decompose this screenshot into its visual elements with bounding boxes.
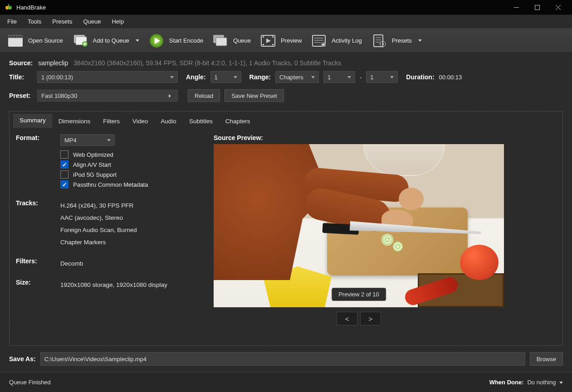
svg-rect-26 — [272, 36, 274, 38]
passthru-label: Passthru Common Metadata — [73, 181, 148, 188]
tab-summary[interactable]: Summary — [13, 114, 52, 128]
statusbar: Queue Finished When Done: Do nothing — [0, 372, 572, 392]
menu-presets[interactable]: Presets — [47, 16, 78, 27]
titlebar: HandBrake — [0, 0, 572, 15]
queue-label: Queue — [233, 37, 251, 44]
reload-button[interactable]: Reload — [188, 89, 220, 102]
minimize-button[interactable] — [506, 0, 527, 15]
tab-audio[interactable]: Audio — [154, 115, 183, 128]
add-to-queue-button[interactable]: Add to Queue — [68, 31, 144, 51]
presets-button[interactable]: Presets — [367, 31, 426, 51]
svg-rect-2 — [8, 4, 9, 6]
source-preview-label: Source Preview: — [214, 134, 556, 141]
onion-shape — [381, 234, 393, 246]
preview-button[interactable]: Preview — [255, 31, 306, 51]
save-as-label: Save As: — [9, 355, 36, 363]
svg-rect-11 — [15, 36, 16, 37]
align-av-label: Align A/V Start — [73, 161, 111, 168]
svg-rect-28 — [272, 44, 274, 45]
preview-next-button[interactable]: > — [360, 312, 381, 325]
title-select[interactable]: 1 (00:00:13) — [37, 71, 178, 83]
activity-log-button[interactable]: Activity Log — [306, 31, 366, 51]
preset-value: Fast 1080p30 — [41, 92, 78, 99]
source-preview-image: Preview 2 of 10 — [214, 144, 504, 307]
chevron-down-icon[interactable] — [418, 39, 422, 42]
format-select[interactable]: MP4 — [60, 134, 115, 146]
open-source-label: Open Source — [28, 37, 63, 44]
svg-rect-12 — [17, 36, 19, 37]
track-line: AAC (avcodec), Stereo — [60, 212, 137, 224]
queue-button[interactable]: Queue — [208, 31, 255, 51]
onion-shape — [393, 242, 403, 252]
source-label: Source: — [9, 59, 33, 67]
presets-icon — [371, 33, 387, 49]
svg-marker-24 — [266, 39, 271, 43]
hand-shape — [399, 188, 424, 210]
filters-value: Decomb — [60, 257, 83, 270]
add-to-queue-label: Add to Queue — [93, 37, 129, 44]
tracks-list: H.264 (x264), 30 FPS PFR AAC (avcodec), … — [60, 199, 137, 248]
close-button[interactable] — [548, 0, 568, 15]
range-label: Range: — [249, 73, 271, 81]
menubar: File Tools Presets Queue Help — [0, 15, 572, 29]
source-info-section: Source: sampleclip 3840x2160 (3840x2160)… — [0, 53, 572, 111]
svg-rect-9 — [9, 36, 11, 37]
range-from-select[interactable]: 1 — [323, 71, 355, 83]
range-from-value: 1 — [328, 74, 331, 81]
tabstrip: Summary Dimensions Filters Video Audio S… — [10, 111, 562, 128]
window-title: HandBrake — [16, 4, 46, 11]
passthru-checkbox[interactable] — [60, 180, 68, 189]
web-optimized-checkbox[interactable] — [60, 150, 68, 159]
bowl-shape — [363, 144, 445, 176]
presets-toolbar-label: Presets — [392, 37, 412, 44]
chevron-down-icon[interactable] — [136, 39, 139, 42]
range-type-select[interactable]: Chapters — [275, 71, 319, 83]
menu-queue[interactable]: Queue — [78, 16, 106, 27]
menu-help[interactable]: Help — [106, 16, 129, 27]
tab-filters[interactable]: Filters — [97, 115, 126, 128]
menu-tools[interactable]: Tools — [22, 16, 47, 27]
range-to-select[interactable]: 1 — [366, 71, 398, 83]
preset-label: Preset: — [9, 92, 33, 99]
menu-file[interactable]: File — [2, 16, 22, 27]
tab-subtitles[interactable]: Subtitles — [183, 115, 219, 128]
svg-rect-4 — [535, 5, 539, 10]
format-label: Format: — [16, 134, 54, 141]
when-done-label: When Done: — [489, 379, 524, 386]
start-encode-button[interactable]: Start Encode — [144, 31, 208, 51]
when-done-select[interactable]: Do nothing — [527, 379, 563, 386]
tabs-panel: Summary Dimensions Filters Video Audio S… — [9, 111, 563, 346]
status-text: Queue Finished — [9, 379, 51, 386]
tomato-shape — [460, 245, 499, 280]
svg-rect-34 — [374, 35, 383, 47]
browse-button[interactable]: Browse — [530, 352, 563, 366]
ipod-checkbox[interactable] — [60, 170, 68, 179]
save-new-preset-button[interactable]: Save New Preset — [225, 89, 284, 102]
activity-log-label: Activity Log — [332, 37, 362, 44]
source-name: sampleclip — [38, 59, 68, 67]
maximize-button[interactable] — [527, 0, 548, 15]
preview-prev-button[interactable]: < — [337, 312, 357, 325]
app-icon — [5, 3, 13, 11]
align-av-checkbox[interactable] — [60, 160, 68, 169]
angle-label: Angle: — [186, 73, 206, 81]
save-as-input[interactable] — [40, 352, 525, 366]
chevron-down-icon — [559, 382, 563, 384]
svg-rect-10 — [12, 36, 14, 37]
title-value: 1 (00:00:13) — [41, 74, 73, 81]
size-label: Size: — [16, 279, 60, 291]
tab-video[interactable]: Video — [126, 115, 154, 128]
svg-rect-27 — [263, 44, 264, 45]
svg-point-39 — [382, 43, 384, 45]
svg-rect-13 — [20, 36, 22, 37]
preset-select[interactable]: Fast 1080p30 — [37, 90, 178, 102]
open-source-button[interactable]: Open Source — [3, 31, 68, 51]
tab-chapters[interactable]: Chapters — [219, 115, 257, 128]
track-line: H.264 (x264), 30 FPS PFR — [60, 199, 137, 212]
svg-rect-22 — [216, 38, 227, 46]
angle-select[interactable]: 1 — [210, 71, 241, 83]
web-optimized-label: Web Optimized — [73, 151, 113, 158]
preview-counter-badge: Preview 2 of 10 — [332, 288, 386, 301]
source-details: 3840x2160 (3840x2160), 59.94 FPS, SDR (8… — [73, 59, 341, 67]
tab-dimensions[interactable]: Dimensions — [52, 115, 97, 128]
